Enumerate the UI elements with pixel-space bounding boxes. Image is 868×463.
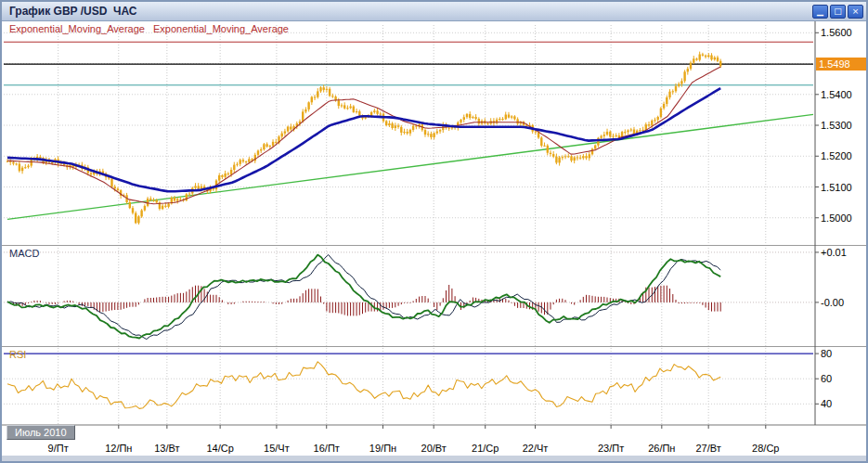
indicator-labels: Exponential_Moving_Average Exponential_M… bbox=[9, 23, 294, 34]
candle-body bbox=[380, 114, 382, 115]
candle-body bbox=[39, 157, 41, 158]
candle-body bbox=[499, 119, 500, 120]
chart-area: 1.56001.54001.53001.52001.51001.5000+0.0… bbox=[2, 21, 866, 461]
candle-body bbox=[400, 127, 402, 133]
candle-body bbox=[693, 58, 694, 62]
candle-body bbox=[680, 81, 682, 84]
candle-body bbox=[149, 199, 151, 200]
date-tick-label: 22/Чт bbox=[523, 443, 549, 454]
bottom-frame-strip bbox=[2, 456, 866, 462]
candle-body bbox=[341, 105, 343, 106]
candle-body bbox=[304, 109, 306, 111]
candle-body bbox=[550, 153, 551, 154]
rsi-panel-label: RSI bbox=[9, 349, 26, 360]
candle-body bbox=[346, 108, 348, 109]
date-tick-label: 27/Вт bbox=[696, 443, 721, 454]
price-tick-label: 1.5400 bbox=[821, 89, 852, 100]
candle-body bbox=[233, 165, 235, 170]
candle-body bbox=[582, 156, 584, 158]
candle-body bbox=[236, 164, 238, 165]
candle-body bbox=[272, 142, 274, 146]
candle-body bbox=[356, 111, 357, 112]
price-tick-label: 1.5100 bbox=[821, 182, 852, 193]
candle-body bbox=[6, 161, 8, 162]
candle-body bbox=[585, 156, 587, 158]
candle-body bbox=[201, 186, 202, 189]
chart-window: График GBP /USD ЧАС ▁ □ × 1.56001.54001.… bbox=[0, 0, 868, 463]
candle-body bbox=[343, 105, 345, 108]
candle-body bbox=[639, 130, 641, 131]
minimize-button[interactable]: ▁ bbox=[812, 5, 828, 19]
candle-body bbox=[323, 87, 325, 90]
candle-body bbox=[242, 160, 244, 161]
candle-body bbox=[263, 144, 265, 149]
candle-body bbox=[260, 149, 262, 150]
candle-body bbox=[612, 136, 614, 137]
candle-body bbox=[409, 130, 411, 134]
current-price-badge: 1.5498 bbox=[816, 58, 867, 71]
candle-body bbox=[319, 87, 321, 91]
candle-body bbox=[176, 199, 178, 201]
candle-body bbox=[240, 160, 241, 163]
candle-body bbox=[436, 132, 438, 134]
candle-body bbox=[281, 134, 283, 137]
candle-body bbox=[194, 186, 196, 187]
candle-body bbox=[651, 121, 653, 126]
candle-body bbox=[508, 115, 510, 118]
chart-canvas[interactable]: 1.56001.54001.53001.52001.51001.5000+0.0… bbox=[2, 21, 866, 462]
candle-body bbox=[543, 146, 545, 147]
candle-body bbox=[147, 199, 149, 206]
titlebar[interactable]: График GBP /USD ЧАС ▁ □ × bbox=[2, 2, 866, 21]
candle-body bbox=[547, 146, 549, 153]
candle-body bbox=[589, 154, 590, 158]
candle-body bbox=[353, 107, 355, 112]
date-tick-label: 12/Пн bbox=[105, 443, 132, 454]
candle-body bbox=[19, 164, 20, 172]
candle-body bbox=[198, 186, 200, 188]
candle-body bbox=[424, 130, 426, 135]
candle-body bbox=[218, 175, 220, 181]
candle-body bbox=[558, 158, 560, 163]
candle-body bbox=[129, 202, 131, 208]
month-label: Июль 2010 bbox=[6, 425, 75, 440]
candle-body bbox=[12, 162, 14, 164]
candle-body bbox=[486, 123, 488, 124]
candle-body bbox=[117, 188, 119, 190]
candle-body bbox=[707, 56, 709, 58]
candle-body bbox=[395, 125, 396, 128]
ema-label-2: Exponential_Moving_Average bbox=[153, 23, 289, 34]
candle-body bbox=[152, 200, 154, 201]
date-tick-label: 23/Пт bbox=[598, 443, 624, 454]
candle-body bbox=[21, 168, 23, 172]
candle-body bbox=[110, 178, 112, 186]
candle-body bbox=[719, 61, 721, 67]
candle-body bbox=[687, 69, 689, 71]
close-button[interactable]: × bbox=[848, 5, 863, 19]
candle-body bbox=[174, 198, 175, 200]
candle-body bbox=[654, 120, 655, 121]
date-tick-label: 13/Вт bbox=[154, 443, 179, 454]
candle-body bbox=[648, 124, 650, 125]
date-tick-label: 28/Ср bbox=[752, 443, 779, 454]
candle-body bbox=[594, 146, 596, 149]
candle-body bbox=[513, 116, 515, 119]
candle-body bbox=[472, 117, 473, 118]
date-tick-label: 21/Ср bbox=[472, 443, 499, 454]
restore-button[interactable]: □ bbox=[830, 5, 846, 19]
date-tick-label: 26/Пн bbox=[648, 443, 675, 454]
macd-panel-label: MACD bbox=[9, 248, 39, 259]
price-tick-label: 1.5300 bbox=[821, 120, 852, 131]
candle-body bbox=[469, 114, 471, 118]
candle-body bbox=[90, 174, 92, 175]
candle-body bbox=[269, 146, 271, 147]
candle-body bbox=[140, 211, 142, 217]
candle-body bbox=[302, 111, 304, 121]
candle-body bbox=[657, 117, 659, 120]
candle-body bbox=[403, 132, 405, 133]
candle-body bbox=[137, 216, 139, 223]
candle-body bbox=[290, 127, 291, 130]
candle-body bbox=[331, 96, 333, 96]
candle-body bbox=[311, 97, 313, 103]
candle-body bbox=[574, 158, 576, 161]
candle-body bbox=[114, 186, 116, 188]
